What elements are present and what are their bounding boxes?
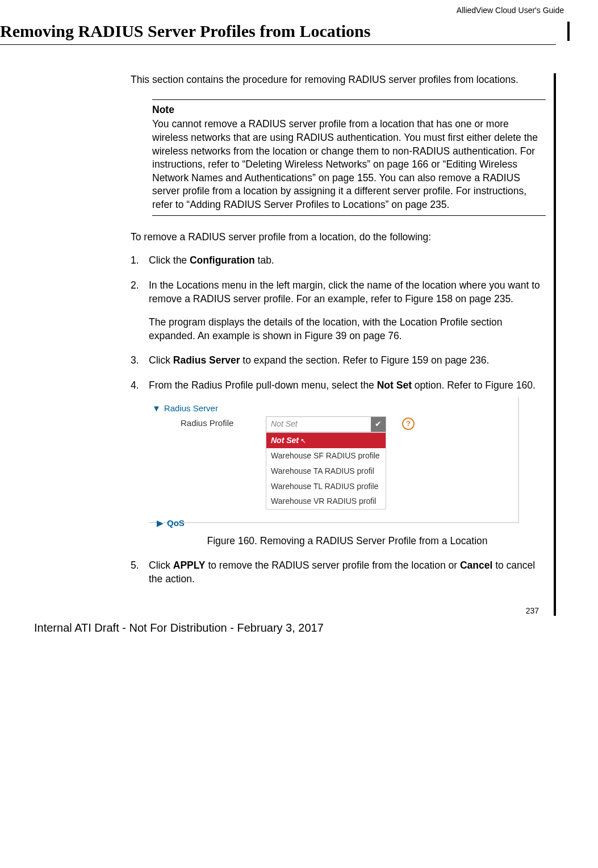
step-5: Click APPLY to remove the RADIUS server … (131, 559, 546, 586)
step-4-bold: Not Set (377, 379, 412, 391)
option-not-set-label: Not Set (271, 436, 299, 445)
step-4-text-post: option. Refer to Figure 160. (412, 379, 536, 391)
figure-illustration: ▼ Radius Server Radius Profile Not Set ✔ (149, 397, 519, 523)
step-3-bold: Radius Server (173, 354, 240, 366)
option-warehouse-sf[interactable]: Warehouse SF RADIUS profile (266, 448, 386, 464)
note-rule-top (152, 99, 546, 100)
select-current-value: Not Set (266, 419, 371, 429)
chevron-right-icon: ▶ (157, 518, 164, 529)
step-3-text-pre: Click (149, 354, 173, 366)
step-5-bold-cancel: Cancel (460, 560, 492, 571)
qos-label: QoS (167, 518, 185, 529)
figure-160: ▼ Radius Server Radius Profile Not Set ✔ (149, 397, 546, 548)
step-1-text-post: tab. (255, 254, 274, 266)
step-1: Click the Configuration tab. (131, 254, 546, 268)
page-number: 237 (131, 606, 539, 616)
step-2: In the Locations menu in the left margin… (131, 279, 546, 343)
qos-expander[interactable]: ▶ QoS (157, 518, 515, 529)
radius-profile-select[interactable]: Not Set ✔ (266, 416, 386, 432)
section-heading: Removing RADIUS Server Profiles from Loc… (0, 22, 570, 41)
step-5-text-pre: Click (149, 560, 173, 571)
chevron-down-icon: ✔ (371, 417, 386, 432)
footer-draft-notice: Internal ATI Draft - Not For Distributio… (34, 621, 570, 635)
radius-server-label: Radius Server (164, 403, 218, 414)
option-not-set[interactable]: Not Set↖ (266, 433, 386, 448)
note-container: Note You cannot remove a RADIUS server p… (152, 99, 546, 216)
step-4: From the Radius Profile pull-down menu, … (131, 379, 546, 548)
radius-profile-dropdown: Not Set↖ Warehouse SF RADIUS profile War… (266, 432, 386, 510)
help-icon[interactable]: ? (402, 418, 415, 430)
step-4-text-pre: From the Radius Profile pull-down menu, … (149, 379, 377, 391)
chevron-down-icon: ▼ (152, 403, 161, 414)
step-3: Click Radius Server to expand the sectio… (131, 354, 546, 368)
note-rule-bottom (152, 215, 546, 216)
figure-caption: Figure 160. Removing a RADIUS Server Pro… (149, 535, 546, 548)
option-warehouse-vr[interactable]: Warehouse VR RADIUS profil (266, 494, 386, 509)
intro-paragraph: This section contains the procedure for … (131, 73, 546, 87)
procedure-steps: Click the Configuration tab. In the Loca… (131, 254, 546, 586)
step-1-bold: Configuration (190, 254, 255, 266)
note-label: Note (152, 103, 546, 117)
step-2-text-b: The program displays the details of the … (149, 316, 546, 343)
cursor-icon: ↖ (300, 436, 306, 445)
step-5-text-mid: to remove the RADIUS server profile from… (206, 560, 460, 571)
heading-rule (0, 44, 556, 45)
note-text: You cannot remove a RADIUS server profil… (152, 118, 546, 211)
radius-profile-label: Radius Profile (181, 416, 254, 429)
procedure-lead-in: To remove a RADIUS server profile from a… (131, 231, 546, 244)
header-guide-title: AlliedView Cloud User's Guide (0, 6, 564, 15)
step-3-text-post: to expand the section. Refer to Figure 1… (240, 354, 489, 366)
step-5-bold-apply: APPLY (173, 560, 206, 571)
step-1-text-pre: Click the (149, 254, 190, 266)
radius-server-expander[interactable]: ▼ Radius Server (152, 403, 515, 414)
option-warehouse-tl[interactable]: Warehouse TL RADIUS profile (266, 479, 386, 494)
step-2-text-a: In the Locations menu in the left margin… (149, 279, 540, 304)
option-warehouse-ta[interactable]: Warehouse TA RADIUS profil (266, 464, 386, 479)
